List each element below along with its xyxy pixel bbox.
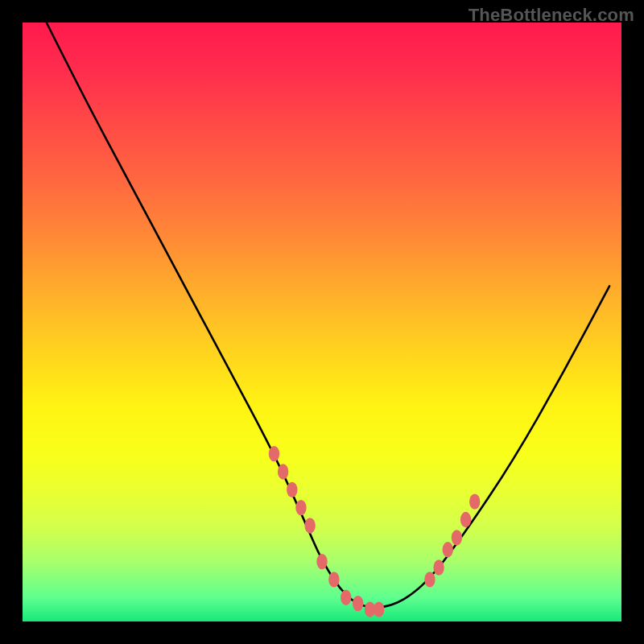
highlight-dot	[269, 446, 279, 461]
highlight-dot	[424, 572, 435, 587]
highlight-dots-right	[424, 494, 480, 588]
highlight-dot	[469, 494, 480, 510]
highlight-dot	[316, 554, 327, 569]
highlight-dots-left	[269, 446, 385, 617]
highlight-dot	[304, 518, 315, 533]
highlight-dot	[452, 530, 462, 545]
curve-svg	[23, 23, 621, 621]
highlight-dot	[433, 559, 444, 575]
highlight-dot	[341, 590, 351, 605]
watermark-text: TheBottleneck.com	[469, 5, 634, 26]
chart-frame: TheBottleneck.com	[0, 0, 644, 644]
plot-area	[23, 23, 621, 621]
highlight-dot	[295, 500, 306, 515]
highlight-dot	[287, 482, 297, 497]
highlight-dot	[460, 512, 471, 527]
highlight-dot	[328, 572, 339, 587]
bottleneck-curve-path	[47, 23, 609, 608]
highlight-dot	[278, 464, 288, 479]
highlight-dot	[374, 601, 384, 617]
highlight-dot	[443, 542, 453, 557]
highlight-dot	[353, 596, 363, 611]
